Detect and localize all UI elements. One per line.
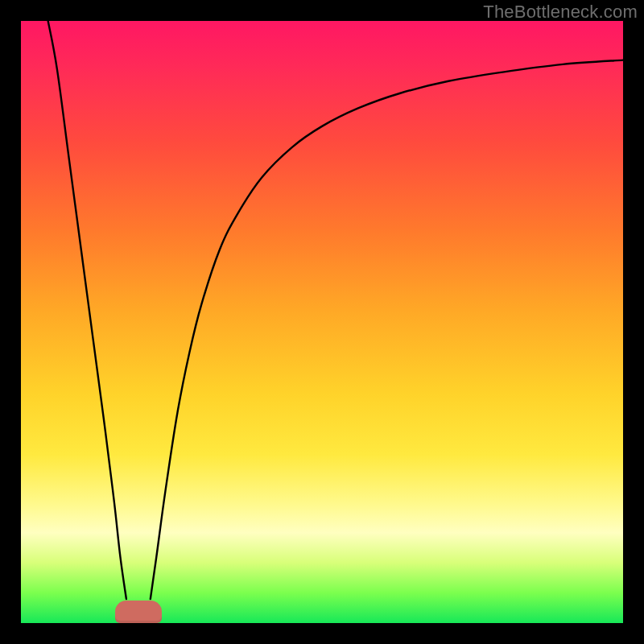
- curve-left-branch: [48, 21, 126, 599]
- optimal-marker: [115, 601, 162, 623]
- plot-frame: [21, 21, 623, 623]
- curve-right-branch: [151, 60, 623, 599]
- watermark-text: TheBottleneck.com: [483, 2, 638, 23]
- bottleneck-curve: [21, 21, 623, 623]
